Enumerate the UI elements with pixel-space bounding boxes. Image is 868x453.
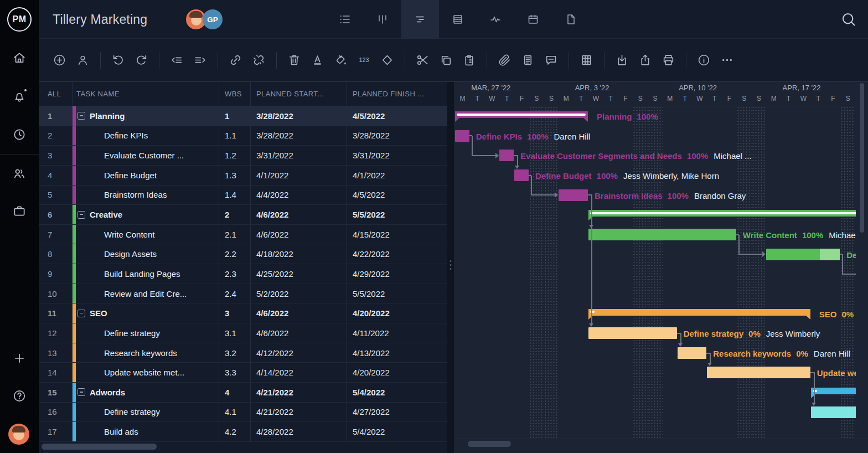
planned-finish-cell[interactable]: 4/11/2022: [347, 323, 447, 343]
task-name-cell[interactable]: Update website met...: [73, 363, 219, 382]
planned-finish-cell[interactable]: 5/4/2022: [347, 422, 447, 441]
table-row[interactable]: 13Research keywords3.24/12/20224/13/2022: [39, 343, 447, 363]
planned-finish-cell[interactable]: 4/5/2022: [347, 186, 447, 205]
column-header-start[interactable]: PLANNED START...: [251, 82, 347, 106]
undo-button[interactable]: [111, 53, 125, 67]
redo-button[interactable]: [135, 53, 148, 67]
planned-finish-cell[interactable]: 4/1/2022: [347, 166, 447, 185]
milestone-button[interactable]: [380, 53, 394, 67]
tab-sheet-view[interactable]: [439, 0, 477, 39]
planned-finish-cell[interactable]: 4/13/2022: [347, 343, 447, 363]
task-name-cell[interactable]: Build Landing Pages: [73, 264, 219, 284]
task-name-cell[interactable]: Review and Edit Cre...: [73, 284, 219, 303]
planned-finish-cell[interactable]: 5/5/2022: [347, 284, 447, 303]
table-row[interactable]: 2Define KPIs1.13/28/20223/28/2022: [39, 126, 447, 146]
tab-board-view[interactable]: [364, 0, 401, 39]
tab-activity-view[interactable]: [477, 0, 514, 39]
planned-start-cell[interactable]: 4/6/2022: [251, 303, 347, 323]
gantt-hscrollbar-thumb[interactable]: [468, 441, 511, 447]
export-button[interactable]: [638, 53, 652, 67]
column-header-finish[interactable]: PLANNED FINISH ...: [347, 82, 447, 106]
gantt-task-bar[interactable]: [766, 249, 840, 260]
projectmanager-logo[interactable]: PM: [7, 7, 32, 32]
gantt-summary-bar[interactable]: [811, 388, 856, 394]
sidebar-item-help[interactable]: [12, 389, 27, 403]
unlink-tasks-button[interactable]: [252, 53, 266, 67]
gantt-task-bar[interactable]: [588, 229, 736, 240]
planned-start-cell[interactable]: 4/25/2022: [251, 264, 347, 284]
table-row[interactable]: 1Planning13/28/20224/5/2022: [39, 106, 447, 126]
planned-finish-cell[interactable]: 4/29/2022: [347, 264, 447, 284]
gantt-task-bar[interactable]: [811, 406, 856, 418]
task-name-cell[interactable]: Build ads: [73, 422, 219, 441]
gantt-task-bar[interactable]: [559, 189, 588, 201]
gantt-task-bar[interactable]: [678, 347, 707, 359]
sidebar-item-team[interactable]: [12, 166, 27, 181]
table-row[interactable]: 16Define strategy4.14/21/20224/27/2022: [39, 403, 447, 423]
table-row[interactable]: 7Write Content2.14/6/20224/15/2022: [39, 225, 447, 245]
planned-finish-cell[interactable]: 4/27/2022: [347, 403, 447, 422]
gantt-task-bar[interactable]: [499, 150, 514, 161]
planned-finish-cell[interactable]: 4/22/2022: [347, 244, 447, 264]
columns-button[interactable]: [580, 53, 593, 67]
gantt-task-bar[interactable]: [707, 367, 810, 378]
task-name-cell[interactable]: Research keywords: [73, 343, 219, 363]
import-button[interactable]: [615, 53, 629, 67]
planned-start-cell[interactable]: 4/14/2022: [251, 363, 347, 382]
task-name-cell[interactable]: Define Budget: [73, 166, 219, 185]
planned-start-cell[interactable]: 5/2/2022: [251, 284, 347, 303]
collapse-icon[interactable]: [78, 112, 85, 120]
task-name-cell[interactable]: Define KPIs: [73, 126, 219, 146]
assign-user-button[interactable]: [76, 53, 90, 67]
planned-start-cell[interactable]: 3/28/2022: [251, 106, 347, 126]
tab-page-view[interactable]: [552, 0, 590, 39]
gantt-task-bar[interactable]: [588, 327, 677, 339]
table-row[interactable]: 6Creative24/6/20225/5/2022: [39, 205, 447, 225]
link-tasks-button[interactable]: [229, 53, 242, 67]
gantt-task-bar[interactable]: [455, 130, 469, 142]
table-row[interactable]: 8Design Assets2.24/18/20224/22/2022: [39, 244, 447, 264]
sidebar-item-home[interactable]: [12, 50, 27, 65]
text-color-button[interactable]: [311, 53, 324, 67]
column-header-name[interactable]: TASK NAME: [73, 82, 219, 106]
print-button[interactable]: [662, 53, 675, 67]
add-task-button[interactable]: [53, 53, 66, 67]
task-name-cell[interactable]: Adwords: [73, 383, 219, 402]
outdent-button[interactable]: [170, 53, 184, 67]
planned-start-cell[interactable]: 3/28/2022: [251, 126, 347, 146]
sidebar-item-add-new[interactable]: [12, 351, 27, 366]
number-format-button[interactable]: 123: [357, 53, 371, 67]
paste-button[interactable]: [462, 53, 476, 67]
fill-color-button[interactable]: [334, 53, 348, 67]
user-avatar[interactable]: [8, 424, 29, 445]
planned-start-cell[interactable]: 4/12/2022: [251, 343, 347, 363]
planned-start-cell[interactable]: 4/4/2022: [251, 186, 347, 205]
collapse-icon[interactable]: [78, 388, 85, 396]
planned-start-cell[interactable]: 4/6/2022: [251, 323, 347, 343]
planned-start-cell[interactable]: 4/18/2022: [251, 244, 347, 264]
sidebar-item-notifications[interactable]: [12, 89, 27, 104]
table-row[interactable]: 4Define Budget1.34/1/20224/1/2022: [39, 166, 447, 186]
planned-start-cell[interactable]: 4/21/2022: [251, 383, 347, 402]
more-button[interactable]: [720, 53, 734, 67]
notes-button[interactable]: [521, 53, 535, 67]
gantt-summary-bar[interactable]: [455, 111, 588, 118]
collapse-icon[interactable]: [78, 310, 85, 317]
sidebar-item-portfolio[interactable]: [12, 204, 27, 218]
task-name-cell[interactable]: Evaluate Customer ...: [73, 146, 219, 165]
sidebar-item-recent[interactable]: [12, 127, 27, 142]
planned-finish-cell[interactable]: 4/15/2022: [347, 225, 447, 244]
task-name-cell[interactable]: Design Assets: [73, 244, 219, 264]
gantt-summary-bar[interactable]: [588, 210, 856, 217]
table-hscrollbar-thumb[interactable]: [42, 444, 157, 450]
planned-finish-cell[interactable]: 4/5/2022: [347, 106, 447, 126]
info-button[interactable]: [697, 53, 711, 67]
task-name-cell[interactable]: Define strategy: [73, 403, 219, 422]
delete-button[interactable]: [287, 53, 301, 67]
planned-start-cell[interactable]: 4/28/2022: [251, 422, 347, 441]
planned-finish-cell[interactable]: 5/5/2022: [347, 205, 447, 224]
table-row[interactable]: 9Build Landing Pages2.34/25/20224/29/202…: [39, 264, 447, 284]
table-row[interactable]: 5Brainstorm Ideas1.44/4/20224/5/2022: [39, 186, 447, 205]
table-row[interactable]: 3Evaluate Customer ...1.23/31/20223/31/2…: [39, 146, 447, 166]
tab-list-view[interactable]: [326, 0, 364, 39]
